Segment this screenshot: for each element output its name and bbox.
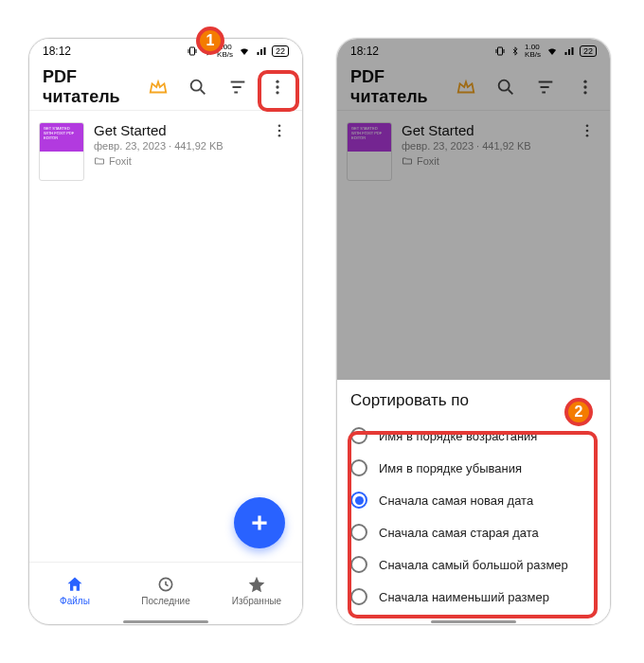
svg-rect-0 [190,47,195,55]
more-button[interactable] [568,70,602,104]
sort-option-size-largest[interactable]: Сначала самый большой размер [350,548,597,581]
svg-point-14 [586,124,589,127]
search-button[interactable] [489,70,523,104]
svg-point-2 [276,80,278,82]
more-icon [576,78,595,97]
sort-option-date-oldest[interactable]: Сначала самая старая дата [350,516,597,548]
app-toolbar: PDF читатель [337,63,610,111]
svg-point-4 [276,91,278,94]
more-icon [268,78,287,97]
search-icon [188,77,208,98]
signal-icon [256,45,267,57]
file-row[interactable]: GET STARTED WITH FOXIT PDF EDITOR Get St… [337,111,610,192]
svg-point-15 [586,130,589,133]
radio-icon [350,524,367,541]
file-info: Get Started февр. 23, 2023 · 441,92 KB F… [94,122,257,167]
svg-point-12 [583,85,586,88]
nav-recent[interactable]: Последние [120,563,211,618]
sort-options: Имя в порядке возрастания Имя в порядке … [350,420,597,613]
sort-button[interactable] [528,70,563,104]
nav-favorites[interactable]: Избранные [211,563,302,618]
sort-icon [535,77,556,98]
sort-option-size-smallest[interactable]: Сначала наименьший размер [350,581,597,613]
radio-icon [350,427,367,444]
vibrate-icon [187,45,198,57]
radio-icon [350,492,367,509]
callout-badge-2: 2 [564,398,593,426]
wifi-icon [546,45,559,57]
status-bar: 18:12 1.00KB/s 22 [29,39,302,63]
callout-badge-1: 1 [196,27,224,55]
wifi-icon [238,45,251,57]
app-toolbar: PDF читатель [29,63,302,111]
file-more-button[interactable] [266,122,293,139]
status-time: 18:12 [350,45,379,58]
svg-point-1 [191,80,202,90]
premium-button[interactable] [449,70,483,104]
search-icon [495,77,516,98]
sort-option-date-newest[interactable]: Сначала самая новая дата [350,484,597,516]
file-meta: февр. 23, 2023 · 441,92 KB [402,140,564,152]
svg-point-5 [278,124,281,127]
file-folder: Foxit [402,155,564,167]
svg-point-16 [586,134,589,137]
phone-screenshot-2: 18:12 1.00KB/s 22 PDF читатель [336,38,611,625]
net-speed: 1.00KB/s [525,44,541,59]
vibrate-icon [494,45,506,57]
file-folder: Foxit [94,155,257,167]
folder-icon [94,155,105,167]
svg-point-13 [583,91,586,94]
status-time: 18:12 [43,45,71,58]
file-thumbnail: GET STARTED WITH FOXIT PDF EDITOR [39,122,84,181]
clock-icon [156,575,175,594]
file-more-button[interactable] [574,122,600,139]
sort-icon [227,77,248,98]
more-button[interactable] [260,70,295,104]
app-title: PDF читатель [43,67,135,107]
svg-point-10 [499,80,510,90]
nav-files[interactable]: Файлы [29,563,120,618]
file-row[interactable]: GET STARTED WITH FOXIT PDF EDITOR Get St… [29,111,302,192]
more-icon [271,122,288,139]
more-icon [579,122,596,139]
file-name: Get Started [94,122,257,138]
radio-icon [350,556,367,573]
file-info: Get Started февр. 23, 2023 · 441,92 KB F… [402,122,564,167]
sort-title: Сортировать по [350,391,597,410]
svg-point-3 [276,85,278,88]
file-name: Get Started [402,122,564,138]
battery-icon: 22 [272,45,289,57]
folder-icon [402,155,413,167]
file-thumbnail: GET STARTED WITH FOXIT PDF EDITOR [347,122,392,181]
status-icons: 1.00KB/s 22 [494,44,597,59]
bottom-nav: Файлы Последние Избранные [29,562,302,618]
svg-point-6 [278,130,281,133]
fab-add-button[interactable] [234,497,285,548]
star-icon [247,575,266,594]
app-title: PDF читатель [350,67,443,107]
radio-icon [350,459,367,476]
premium-button[interactable] [141,70,175,104]
svg-point-11 [583,80,586,82]
svg-rect-9 [498,47,503,55]
crown-icon [456,77,476,98]
phone-screenshot-1: 18:12 1.00KB/s 22 PDF читатель [28,38,303,625]
status-bar: 18:12 1.00KB/s 22 [337,39,610,63]
home-indicator [123,620,208,623]
file-meta: февр. 23, 2023 · 441,92 KB [94,140,257,152]
bluetooth-icon [510,45,520,57]
home-icon [65,575,84,594]
battery-icon: 22 [580,45,597,57]
plus-icon [247,511,272,535]
sort-option-name-desc[interactable]: Имя в порядке убывания [350,452,597,484]
home-indicator [431,620,516,623]
svg-point-7 [278,134,281,137]
search-button[interactable] [181,70,215,104]
crown-icon [148,77,169,98]
sort-button[interactable] [221,70,255,104]
radio-icon [350,588,367,605]
signal-icon [564,45,575,57]
sort-option-name-asc[interactable]: Имя в порядке возрастания [350,420,597,452]
